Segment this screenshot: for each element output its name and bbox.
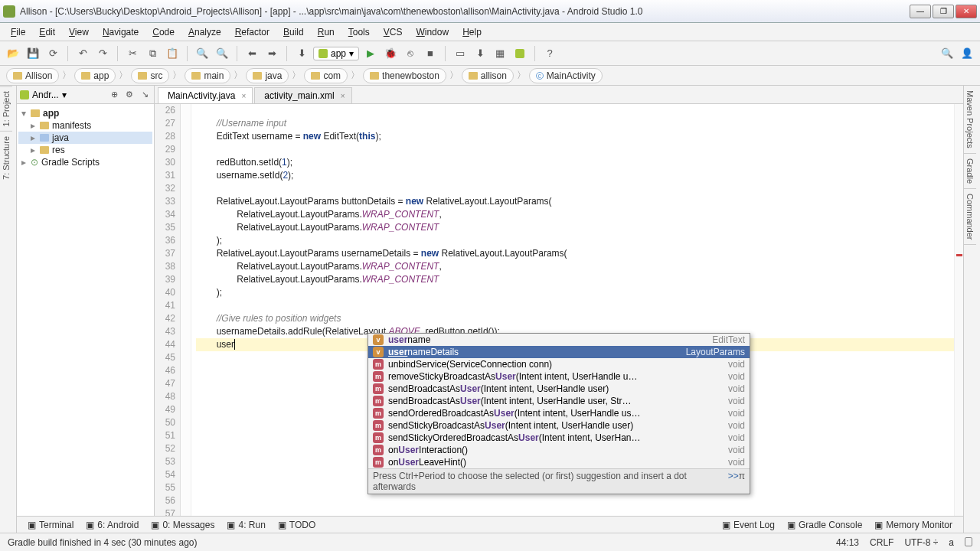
menu-view[interactable]: View — [63, 25, 95, 39]
close-tab-icon[interactable]: × — [238, 92, 246, 100]
settings-icon[interactable]: ⚙ — [123, 89, 136, 101]
right-tab-commander[interactable]: Commander — [964, 189, 976, 246]
menu-run[interactable]: Run — [312, 25, 341, 39]
hide-icon[interactable]: ↘ — [139, 89, 151, 101]
autocomplete-item[interactable]: mremoveStickyBroadcastAsUser(Intent inte… — [368, 370, 750, 383]
tree-node-gradle-scripts[interactable]: ▸⊙Gradle Scripts — [18, 156, 152, 168]
autocomplete-more[interactable]: >> — [728, 471, 739, 492]
breadcrumb-allison[interactable]: allison — [462, 68, 514, 83]
menu-file[interactable]: File — [5, 25, 31, 39]
minimize-button[interactable]: — — [910, 5, 931, 18]
right-tab-maven-projects[interactable]: Maven Projects — [964, 86, 976, 154]
sync-icon[interactable]: ⟳ — [44, 45, 61, 62]
breadcrumb-java[interactable]: java — [246, 68, 289, 83]
stop-icon[interactable]: ■ — [422, 45, 439, 62]
autocomplete-item[interactable]: msendStickyBroadcastAsUser(Intent intent… — [368, 419, 750, 432]
maximize-button[interactable]: ❐ — [933, 5, 954, 18]
line-separator[interactable]: CRLF — [870, 537, 893, 548]
forward-icon[interactable]: ➡ — [263, 45, 280, 62]
menu-tools[interactable]: Tools — [342, 25, 376, 39]
toolwin-0-messages[interactable]: ▣0: Messages — [145, 518, 220, 532]
save-icon[interactable]: 💾 — [24, 45, 41, 62]
separator — [534, 46, 535, 61]
autocomplete-item[interactable]: msendStickyOrderedBroadcastAsUser(Intent… — [368, 432, 750, 444]
editor-tab-mainactivity-java[interactable]: MainActivity.java× — [158, 87, 253, 103]
copy-icon[interactable]: ⧉ — [144, 45, 161, 62]
menu-analyze[interactable]: Analyze — [182, 25, 227, 39]
breadcrumb-com[interactable]: com — [304, 68, 348, 83]
toolwin-terminal[interactable]: ▣Terminal — [21, 518, 80, 532]
menu-build[interactable]: Build — [277, 25, 310, 39]
avd-icon[interactable]: ▭ — [452, 45, 469, 62]
help-icon[interactable]: ? — [541, 45, 558, 62]
breadcrumb-src[interactable]: src — [131, 68, 169, 83]
left-tab-7-structure[interactable]: 7: Structure — [0, 131, 12, 184]
autocomplete-item[interactable]: munbindService(ServiceConnection conn)vo… — [368, 358, 750, 370]
project-view-header[interactable]: Andr... ▾ ⊕ ⚙ ↘ — [17, 86, 154, 104]
undo-icon[interactable]: ↶ — [74, 45, 91, 62]
paste-icon[interactable]: 📋 — [164, 45, 181, 62]
toolwin-gradle-console[interactable]: ▣Gradle Console — [781, 518, 868, 532]
menu-window[interactable]: Window — [410, 25, 455, 39]
tree-node-java[interactable]: ▸java — [18, 132, 152, 144]
open-icon[interactable]: 📂 — [5, 45, 21, 62]
autocomplete-item[interactable]: vusernameEditText — [368, 334, 750, 346]
menu-navigate[interactable]: Navigate — [96, 25, 145, 39]
project-tree[interactable]: ▾app ▸manifests ▸java ▸res ▸⊙Gradle Scri… — [17, 104, 154, 171]
toolwin-6-android[interactable]: ▣6: Android — [80, 518, 145, 532]
replace-icon[interactable]: 🔍 — [214, 45, 230, 62]
menu-vcs[interactable]: VCS — [377, 25, 409, 39]
autocomplete-footer: Press Ctrl+Period to choose the selected… — [368, 468, 750, 494]
sdk-icon[interactable]: ⬇ — [472, 45, 488, 62]
breadcrumb-thenewboston[interactable]: thenewboston — [363, 68, 446, 83]
tree-node-manifests[interactable]: ▸manifests — [18, 119, 152, 132]
error-marker[interactable] — [956, 254, 962, 256]
user-icon[interactable]: 👤 — [959, 45, 975, 62]
collapse-icon[interactable]: ⊕ — [108, 89, 120, 101]
toolwin-memory-monitor[interactable]: ▣Memory Monitor — [868, 518, 959, 532]
find-icon[interactable]: 🔍 — [194, 45, 211, 62]
tree-node-res[interactable]: ▸res — [18, 144, 152, 156]
android-monitor-icon[interactable] — [511, 45, 528, 62]
cut-icon[interactable]: ✂ — [124, 45, 141, 62]
run-config-selector[interactable]: app ▾ — [313, 47, 359, 60]
lock-icon[interactable] — [965, 537, 972, 546]
editor-tab-activity_main-xml[interactable]: activity_main.xml× — [254, 87, 351, 103]
ddms-icon[interactable]: ▦ — [492, 45, 508, 62]
debug-button[interactable]: 🐞 — [382, 45, 399, 62]
pi-icon[interactable]: π — [739, 471, 745, 492]
close-tab-icon[interactable]: × — [338, 92, 345, 100]
menu-help[interactable]: Help — [456, 25, 488, 39]
autocomplete-item[interactable]: vusernameDetailsLayoutParams — [368, 346, 750, 358]
file-encoding[interactable]: UTF-8 ÷ — [904, 537, 938, 548]
breadcrumb-main[interactable]: main — [185, 68, 230, 83]
autocomplete-item[interactable]: monUserLeaveHint()void — [368, 456, 750, 468]
toolwin-event-log[interactable]: ▣Event Log — [716, 518, 781, 532]
menu-refactor[interactable]: Refactor — [229, 25, 276, 39]
menu-edit[interactable]: Edit — [33, 25, 61, 39]
redo-icon[interactable]: ↷ — [94, 45, 111, 62]
tree-node-app[interactable]: ▾app — [18, 107, 152, 119]
make-icon[interactable]: ⬇ — [293, 45, 310, 62]
error-stripe[interactable] — [954, 104, 963, 533]
toolwin-todo[interactable]: ▣TODO — [272, 518, 322, 532]
back-icon[interactable]: ⬅ — [243, 45, 260, 62]
project-tool-window[interactable]: Andr... ▾ ⊕ ⚙ ↘ ▾app ▸manifests ▸java ▸r… — [17, 86, 155, 533]
autocomplete-item[interactable]: msendOrderedBroadcastAsUser(Intent inten… — [368, 407, 750, 419]
left-tab-1-project[interactable]: 1: Project — [0, 86, 12, 131]
right-tab-gradle[interactable]: Gradle — [964, 154, 976, 189]
autocomplete-item[interactable]: monUserInteraction()void — [368, 444, 750, 456]
toolwin-4-run[interactable]: ▣4: Run — [220, 518, 271, 532]
search-everywhere-icon[interactable]: 🔍 — [939, 45, 956, 62]
close-button[interactable]: ✕ — [956, 5, 977, 18]
menu-code[interactable]: Code — [146, 25, 181, 39]
autocomplete-item[interactable]: msendBroadcastAsUser(Intent intent, User… — [368, 383, 750, 395]
run-config-label: app — [331, 48, 346, 59]
breadcrumb-allison[interactable]: Allison — [6, 68, 59, 83]
attach-icon[interactable]: ⎋ — [402, 45, 419, 62]
breadcrumb-app[interactable]: app — [74, 68, 116, 83]
run-button[interactable]: ▶ — [362, 45, 379, 62]
breadcrumb-mainactivity[interactable]: cMainActivity — [529, 68, 603, 83]
autocomplete-item[interactable]: msendBroadcastAsUser(Intent intent, User… — [368, 395, 750, 407]
autocomplete-popup[interactable]: vusernameEditTextvusernameDetailsLayoutP… — [368, 333, 750, 494]
